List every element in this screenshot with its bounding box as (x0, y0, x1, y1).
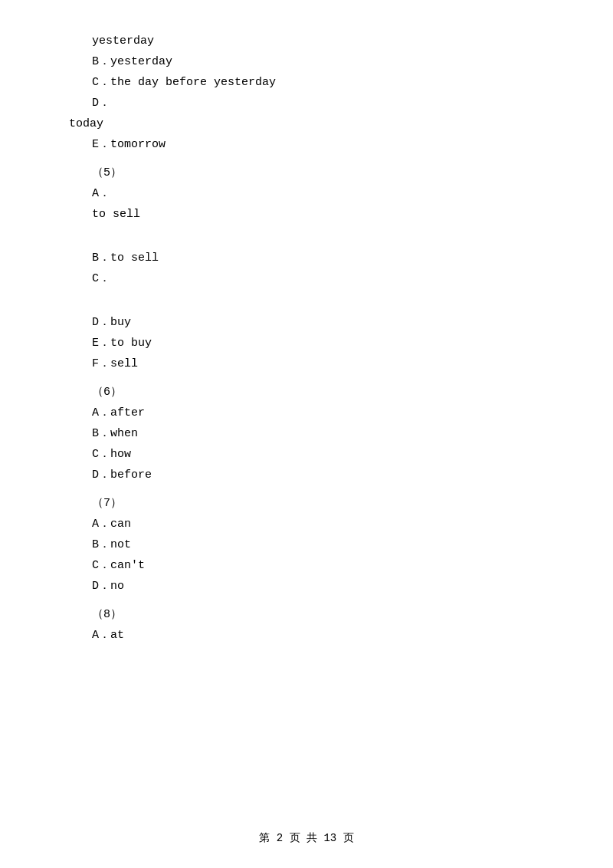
line-b-when: B．when (46, 423, 567, 444)
line-c-cant: C．can't (46, 555, 567, 576)
line-yesterday-a: yesterday (46, 31, 567, 51)
line-d-dot: D． (46, 93, 567, 113)
page-footer: 第 2 页 共 13 页 (0, 831, 613, 845)
line-a-can: A．can (46, 514, 567, 534)
line-c-day: C．the day before yesterday (46, 72, 567, 93)
line-f-sell: F．sell (46, 353, 567, 374)
line-b-yesterday: B．yesterday (46, 51, 567, 72)
line-a-dot-5: A． (46, 183, 567, 204)
question-6-label: （6） (46, 382, 567, 403)
line-today: today (46, 113, 567, 134)
page-number: 第 2 页 共 13 页 (259, 832, 353, 844)
line-b-to-sell: B．to sell (46, 248, 567, 268)
line-a-after: A．after (46, 403, 567, 423)
line-d-buy: D．buy (46, 312, 567, 333)
page-content: yesterday B．yesterday C．the day before y… (0, 0, 613, 692)
line-e-tomorrow: E．tomorrow (46, 134, 567, 155)
line-c-how: C．how (46, 444, 567, 465)
question-8-label: （8） (46, 604, 567, 625)
line-c-dot-5: C． (46, 268, 567, 289)
line-b-not: B．not (46, 534, 567, 555)
line-e-to-buy: E．to buy (46, 333, 567, 353)
question-5-label: （5） (46, 163, 567, 183)
question-7-label: （7） (46, 493, 567, 514)
line-d-before: D．before (46, 465, 567, 485)
line-to-sell: to sell (46, 204, 567, 225)
line-a-at: A．at (46, 625, 567, 646)
line-d-no: D．no (46, 576, 567, 597)
